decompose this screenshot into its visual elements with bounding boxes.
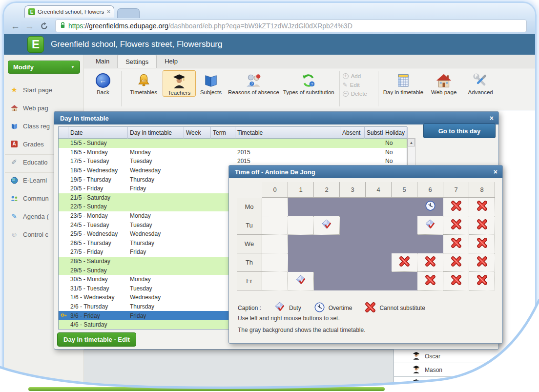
timeoff-cell[interactable] bbox=[392, 198, 417, 216]
edit-button[interactable]: ✎Edit bbox=[343, 82, 360, 88]
column-header-substitu[interactable]: Substitu bbox=[365, 127, 383, 139]
teacher-row[interactable]: Mason bbox=[394, 363, 535, 377]
browser-forward-icon[interactable]: → bbox=[25, 21, 34, 31]
teachers-label: Teachers bbox=[168, 90, 191, 96]
tab-main[interactable]: Main bbox=[88, 55, 117, 68]
timeoff-cell[interactable] bbox=[262, 216, 288, 235]
timeoff-cell[interactable] bbox=[443, 235, 469, 253]
timeoff-cell[interactable] bbox=[443, 198, 469, 216]
timeoff-cell[interactable] bbox=[340, 216, 366, 235]
browser-reload-icon[interactable] bbox=[40, 22, 48, 30]
column-header-day-in-timetable[interactable]: Day in timetable bbox=[128, 127, 184, 139]
teacher-row[interactable]: Jose bbox=[394, 377, 535, 391]
day-label-th: Th bbox=[237, 253, 262, 272]
timeoff-cell[interactable] bbox=[366, 216, 392, 235]
timeoff-cell[interactable] bbox=[340, 235, 366, 253]
timeoff-cell[interactable] bbox=[288, 198, 314, 216]
edit-icon: ✎ bbox=[343, 82, 348, 88]
timetables-button[interactable]: aSc Timetables bbox=[124, 70, 163, 96]
address-bar[interactable]: https://greenfieldms.edupage.org/dashboa… bbox=[55, 20, 527, 32]
column-header-term[interactable]: Term bbox=[211, 127, 235, 139]
edupage-favicon: E bbox=[28, 8, 35, 15]
timeoff-cell[interactable] bbox=[340, 198, 366, 216]
table-row[interactable]: 16/5 - MondayMonday2015No bbox=[59, 148, 407, 157]
timeoff-cell[interactable] bbox=[392, 253, 417, 272]
timeoff-cell[interactable] bbox=[262, 253, 288, 272]
dialog-title-bar[interactable]: Time off - Antoine De Jong × bbox=[229, 165, 502, 178]
tab-settings[interactable]: Settings bbox=[117, 55, 157, 68]
timeoff-cell[interactable] bbox=[417, 272, 443, 290]
close-icon[interactable]: × bbox=[490, 114, 494, 122]
browser-tab[interactable]: E Greenfield school, Flowers × bbox=[24, 5, 114, 18]
tab-close-icon[interactable]: × bbox=[107, 8, 110, 15]
day-label-we: We bbox=[237, 235, 262, 253]
dialog-title-bar[interactable]: Day in timetable × bbox=[54, 112, 498, 124]
timeoff-cell[interactable] bbox=[314, 198, 340, 216]
table-row[interactable]: 17/5 - TuesdayTuesday2015No bbox=[59, 157, 407, 166]
reasons-of-absence-button[interactable]: ? Reasons of absence bbox=[226, 70, 281, 96]
go-to-this-day-button[interactable]: Go to this day bbox=[423, 124, 496, 138]
close-icon[interactable]: × bbox=[494, 168, 498, 176]
timeoff-cell[interactable] bbox=[417, 216, 443, 235]
timeoff-cell[interactable] bbox=[443, 272, 469, 290]
timeoff-cell[interactable] bbox=[262, 235, 288, 253]
timeoff-cell[interactable] bbox=[262, 198, 288, 216]
day-in-timetable-button[interactable]: Day in timetable bbox=[381, 70, 425, 96]
timeoff-cell[interactable] bbox=[366, 253, 392, 272]
timeoff-cell[interactable] bbox=[469, 216, 495, 235]
timeoff-cell[interactable] bbox=[314, 235, 340, 253]
column-header-timetable[interactable]: Timetable bbox=[235, 127, 340, 139]
day-in-timetable-edit-button[interactable]: Day in timetable - Edit bbox=[57, 332, 136, 347]
tab-help[interactable]: Help bbox=[157, 55, 186, 68]
timeoff-cell[interactable] bbox=[392, 272, 417, 290]
timeoff-cell[interactable] bbox=[314, 253, 340, 272]
timeoff-cell[interactable] bbox=[443, 253, 469, 272]
timeoff-cell[interactable] bbox=[340, 253, 366, 272]
timeoff-cell[interactable] bbox=[314, 216, 340, 235]
teacher-row[interactable]: Oscar bbox=[394, 350, 535, 363]
column-header-date[interactable]: Date bbox=[68, 127, 128, 139]
timeoff-cell[interactable] bbox=[288, 216, 314, 235]
sidebar-item-start-page[interactable]: ★Start page bbox=[10, 84, 83, 95]
types-of-substitution-button[interactable]: ? Types of substitution bbox=[281, 70, 336, 96]
delete-button[interactable]: −Delete bbox=[343, 91, 367, 97]
scroll-up-icon[interactable]: ▲ bbox=[408, 139, 415, 146]
table-row[interactable]: 15/5 - SundayNo bbox=[59, 139, 407, 148]
web-page-button[interactable]: Web page bbox=[425, 70, 462, 96]
timeoff-cell[interactable] bbox=[262, 272, 288, 290]
advanced-button[interactable]: Advanced bbox=[462, 70, 498, 96]
timeoff-cell[interactable] bbox=[288, 235, 314, 253]
teachers-button[interactable]: Teachers bbox=[163, 70, 196, 97]
timeoff-cell[interactable] bbox=[366, 235, 392, 253]
cell-day-in-timetable: Tuesday bbox=[128, 158, 184, 165]
timeoff-cell[interactable] bbox=[469, 235, 495, 253]
column-header-week[interactable]: Week bbox=[184, 127, 211, 139]
timeoff-cell[interactable] bbox=[417, 235, 443, 253]
timeoff-cell[interactable] bbox=[469, 253, 495, 272]
legend-item-cannot-substitute: Cannot substitute bbox=[365, 302, 425, 314]
timeoff-cell[interactable] bbox=[366, 198, 392, 216]
timeoff-cell[interactable] bbox=[469, 272, 495, 290]
add-button[interactable]: +Add bbox=[343, 73, 361, 79]
new-tab-button[interactable] bbox=[117, 8, 140, 18]
timeoff-cell[interactable] bbox=[417, 253, 443, 272]
timeoff-cell[interactable] bbox=[417, 198, 443, 216]
timeoff-cell[interactable] bbox=[443, 216, 469, 235]
timeoff-cell[interactable] bbox=[314, 272, 340, 290]
overtime-icon bbox=[314, 302, 325, 314]
day-label-fr: Fr bbox=[237, 272, 262, 290]
timeoff-cell[interactable] bbox=[340, 272, 366, 290]
column-header-absent[interactable]: Absent bbox=[340, 127, 365, 139]
modify-button[interactable]: Modify ▼ bbox=[8, 61, 80, 74]
timeoff-cell[interactable] bbox=[392, 235, 417, 253]
legend-label: Duty bbox=[289, 305, 301, 311]
timeoff-cell[interactable] bbox=[288, 272, 314, 290]
timeoff-cell[interactable] bbox=[469, 198, 495, 216]
timeoff-cell[interactable] bbox=[392, 216, 417, 235]
column-header-holiday[interactable]: Holiday bbox=[383, 127, 408, 139]
back-button[interactable]: ← Back bbox=[88, 70, 118, 96]
timeoff-cell[interactable] bbox=[288, 253, 314, 272]
subjects-button[interactable]: Subjects bbox=[196, 70, 226, 96]
browser-back-icon[interactable]: ← bbox=[11, 21, 20, 31]
timeoff-cell[interactable] bbox=[366, 272, 392, 290]
